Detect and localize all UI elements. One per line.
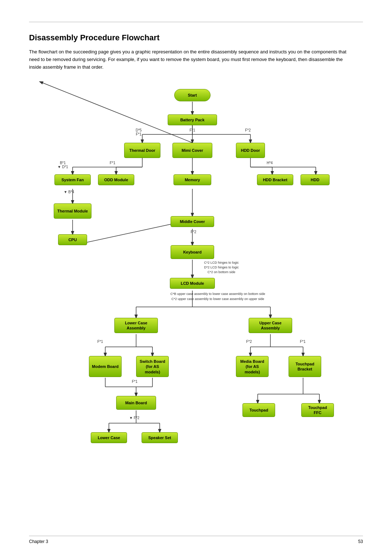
node-touchpad-ffc: Touchpad FFC [301,403,334,417]
node-memory: Memory [173,174,211,185]
label-d5f1: D*5F*1 [128,128,150,136]
node-lower-case-assembly: Lower Case Assembly [114,318,158,333]
label-f2-lower: ▼ F*2 [128,416,141,420]
label-f2-hdd: F*2 [242,128,253,132]
label-case-note: C*B upper case assembly to lower case as… [142,292,294,301]
node-speaker-set: Speaker Set [142,432,178,443]
label-h4: H*4 [264,161,275,165]
node-system-fan: System Fan [54,174,91,185]
intro-text: The flowchart on the succeeding page giv… [29,48,356,71]
label-b4: ▼ B*4 [62,190,76,194]
label-f2-media: F*2 [242,340,256,344]
label-f1-modem: F*1 [94,340,107,344]
footer-page-number: 53 [358,539,363,544]
node-hdd: HDD [301,174,330,185]
node-middle-cover: Middle Cover [171,216,214,227]
node-hdd-door: HDD Door [236,143,265,158]
label-f1-tpbracket: F*1 [296,340,309,344]
node-upper-case-assembly: Upper Case Assembly [249,318,292,333]
footer: Chapter 3 53 [29,536,363,544]
node-cpu: CPU [58,234,87,245]
node-main-board: Main Board [116,396,156,410]
node-hdd-bracket: HDD Bracket [257,174,293,185]
node-touchpad-bracket: Touchpad Bracket [289,356,321,377]
svg-line-5 [40,82,192,143]
footer-chapter: Chapter 3 [29,539,48,544]
label-f1-odd: F*1 [107,161,118,165]
flowchart: Start Battery Pack D*5F*1 F*1 F*2 Therma… [40,82,352,481]
label-lcd-note: C*2 LCD hinges to logicD*2 LCD hinges to… [171,260,272,274]
node-touchpad: Touchpad [242,403,275,417]
node-modem-board: Modem Board [89,356,122,377]
node-media-board: Media Board (for AS models) [236,356,269,377]
node-battery-pack: Battery Pack [168,114,217,125]
node-odd-module: ODD Module [98,174,134,185]
node-keyboard: Keyboard [171,245,214,259]
node-thermal-door: Thermal Door [124,143,160,158]
label-f2-keyboard: F*2 [186,230,201,234]
node-start: Start [174,89,211,101]
node-mimi-cover: Mimi Cover [172,143,212,158]
svg-line-24 [87,222,180,242]
label-b1d1: B*1▼ D*1 [54,161,72,169]
label-f1-mimi: F*1 [187,128,198,132]
node-lcd-module: LCD Module [170,278,215,289]
label-f1-main: F*1 [128,380,141,384]
page-title: Disassembly Procedure Flowchart [29,33,363,42]
node-thermal-module: Thermal Module [54,203,91,219]
node-lower-case: Lower Case [91,432,127,443]
node-switch-board: Switch Board (for AS models) [136,356,169,377]
